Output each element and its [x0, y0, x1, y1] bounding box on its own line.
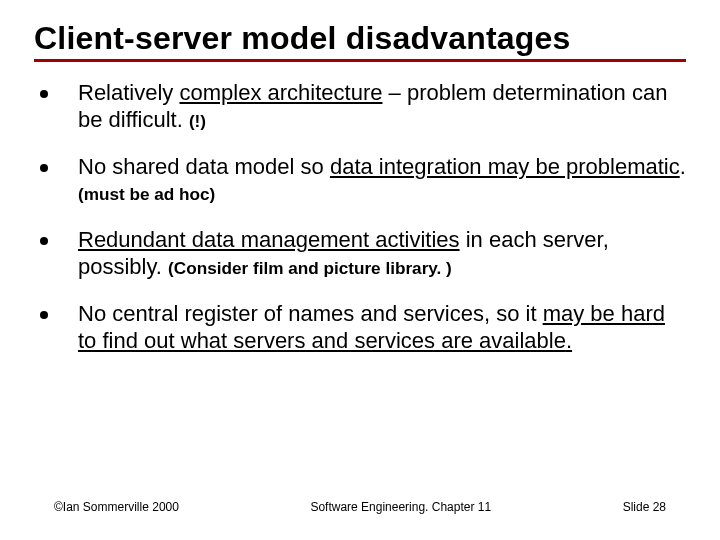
list-item: No central register of names and service… [34, 301, 686, 355]
list-item: No shared data model so data integration… [34, 154, 686, 208]
list-item: Redundant data management activities in … [34, 227, 686, 281]
slide: Client-server model disadvantages Relati… [0, 0, 720, 540]
text-underlined: data integration may be problematic [330, 154, 680, 179]
footer-right: Slide 28 [623, 500, 666, 514]
footer-center: Software Engineering. Chapter 11 [310, 500, 491, 514]
text-tail-underlined: . [566, 328, 572, 353]
text-underlined: complex architecture [179, 80, 382, 105]
text-pre: Relatively [78, 80, 179, 105]
annotation: (must be ad hoc) [78, 184, 215, 204]
text-underlined: Redundant data management activities [78, 227, 460, 252]
bullet-list: Relatively complex architecture – proble… [34, 80, 686, 355]
slide-title: Client-server model disadvantages [34, 20, 686, 57]
title-underline [34, 59, 686, 62]
text-post: . [680, 154, 686, 179]
text-pre: No central register of names and service… [78, 301, 543, 326]
annotation: (Consider film and picture library. ) [168, 258, 452, 278]
footer: ©Ian Sommerville 2000 Software Engineeri… [0, 500, 720, 514]
list-item: Relatively complex architecture – proble… [34, 80, 686, 134]
annotation: (!) [189, 111, 206, 131]
text-pre: No shared data model so [78, 154, 330, 179]
footer-left: ©Ian Sommerville 2000 [54, 500, 179, 514]
